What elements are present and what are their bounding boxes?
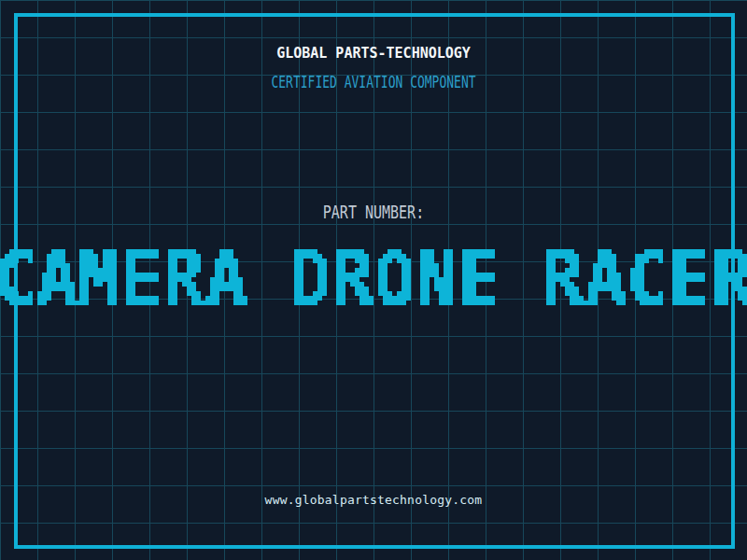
certification-tagline: CERTIFIED AVIATION COMPONENT [0,72,747,91]
part-number-value [0,221,747,333]
website-url: www.globalpartstechnology.com [0,493,747,507]
part-label-card: GLOBAL PARTS-TECHNOLOGY CERTIFIED AVIATI… [0,0,747,560]
part-number-label: PART NUMBER: [0,203,747,224]
company-name: GLOBAL PARTS-TECHNOLOGY [0,45,747,62]
